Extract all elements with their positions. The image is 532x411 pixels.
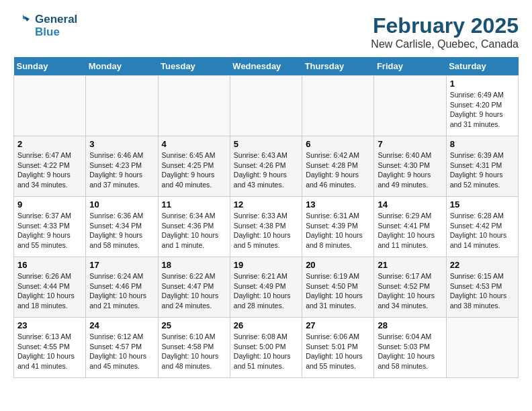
day-number: 7: [378, 139, 442, 149]
weekday-header-saturday: Saturday: [446, 57, 518, 76]
day-info: Sunrise: 6:06 AM Sunset: 5:01 PM Dayligh…: [306, 332, 370, 371]
day-info: Sunrise: 6:42 AM Sunset: 4:28 PM Dayligh…: [306, 150, 370, 190]
day-info: Sunrise: 6:43 AM Sunset: 4:26 PM Dayligh…: [234, 150, 298, 190]
logo-text-blue: Blue: [35, 26, 77, 39]
day-cell: 12Sunrise: 6:33 AM Sunset: 4:38 PM Dayli…: [230, 197, 302, 257]
week-row-4: 16Sunrise: 6:26 AM Sunset: 4:44 PM Dayli…: [14, 257, 519, 318]
day-info: Sunrise: 6:45 AM Sunset: 4:25 PM Dayligh…: [162, 150, 226, 190]
day-number: 9: [17, 199, 82, 210]
day-cell: 25Sunrise: 6:10 AM Sunset: 4:58 PM Dayli…: [158, 318, 230, 378]
day-number: 18: [162, 260, 226, 270]
logo-text-general: General: [35, 13, 77, 26]
week-row-1: 1Sunrise: 6:49 AM Sunset: 4:20 PM Daylig…: [14, 76, 519, 136]
day-info: Sunrise: 6:15 AM Sunset: 4:53 PM Dayligh…: [450, 271, 515, 311]
day-info: Sunrise: 6:39 AM Sunset: 4:31 PM Dayligh…: [450, 150, 515, 190]
day-info: Sunrise: 6:21 AM Sunset: 4:49 PM Dayligh…: [234, 271, 298, 311]
day-info: Sunrise: 6:08 AM Sunset: 5:00 PM Dayligh…: [234, 332, 298, 371]
day-cell: 17Sunrise: 6:24 AM Sunset: 4:46 PM Dayli…: [86, 257, 158, 318]
day-info: Sunrise: 6:26 AM Sunset: 4:44 PM Dayligh…: [17, 271, 82, 311]
day-cell: 20Sunrise: 6:19 AM Sunset: 4:50 PM Dayli…: [302, 257, 374, 318]
week-row-2: 2Sunrise: 6:47 AM Sunset: 4:22 PM Daylig…: [14, 136, 519, 197]
day-number: 12: [234, 199, 298, 210]
title-block: February 2025 New Carlisle, Quebec, Cana…: [371, 13, 519, 50]
day-cell: 2Sunrise: 6:47 AM Sunset: 4:22 PM Daylig…: [14, 136, 86, 197]
day-info: Sunrise: 6:31 AM Sunset: 4:39 PM Dayligh…: [306, 211, 370, 250]
logo: General Blue: [13, 13, 77, 39]
weekday-header-row: SundayMondayTuesdayWednesdayThursdayFrid…: [14, 57, 519, 76]
day-number: 14: [378, 199, 442, 210]
day-info: Sunrise: 6:22 AM Sunset: 4:47 PM Dayligh…: [162, 271, 226, 311]
day-number: 2: [17, 139, 82, 149]
day-number: 13: [306, 199, 370, 210]
day-info: Sunrise: 6:24 AM Sunset: 4:46 PM Dayligh…: [89, 271, 154, 311]
day-number: 28: [378, 320, 442, 330]
day-cell: [14, 76, 86, 136]
day-number: 11: [162, 199, 226, 210]
day-info: Sunrise: 6:37 AM Sunset: 4:33 PM Dayligh…: [17, 211, 82, 250]
page-header: General Blue February 2025 New Carlisle,…: [13, 13, 519, 50]
day-info: Sunrise: 6:28 AM Sunset: 4:42 PM Dayligh…: [450, 211, 515, 250]
day-cell: 15Sunrise: 6:28 AM Sunset: 4:42 PM Dayli…: [446, 197, 518, 257]
day-number: 3: [89, 139, 154, 149]
day-number: 23: [17, 320, 82, 330]
day-cell: 24Sunrise: 6:12 AM Sunset: 4:57 PM Dayli…: [86, 318, 158, 378]
day-cell: [302, 76, 374, 136]
day-number: 26: [234, 320, 298, 330]
day-number: 10: [89, 199, 154, 210]
week-row-5: 23Sunrise: 6:13 AM Sunset: 4:55 PM Dayli…: [14, 318, 519, 378]
day-cell: 4Sunrise: 6:45 AM Sunset: 4:25 PM Daylig…: [158, 136, 230, 197]
day-info: Sunrise: 6:12 AM Sunset: 4:57 PM Dayligh…: [89, 332, 154, 371]
day-info: Sunrise: 6:19 AM Sunset: 4:50 PM Dayligh…: [306, 271, 370, 311]
day-cell: 7Sunrise: 6:40 AM Sunset: 4:30 PM Daylig…: [374, 136, 446, 197]
day-info: Sunrise: 6:04 AM Sunset: 5:03 PM Dayligh…: [378, 332, 442, 371]
day-number: 15: [450, 199, 515, 210]
location: New Carlisle, Quebec, Canada: [371, 38, 519, 50]
weekday-header-sunday: Sunday: [14, 57, 86, 76]
day-info: Sunrise: 6:40 AM Sunset: 4:30 PM Dayligh…: [378, 150, 442, 190]
day-cell: 1Sunrise: 6:49 AM Sunset: 4:20 PM Daylig…: [446, 76, 518, 136]
day-number: 21: [378, 260, 442, 270]
day-cell: [374, 76, 446, 136]
day-info: Sunrise: 6:49 AM Sunset: 4:20 PM Dayligh…: [450, 90, 515, 130]
day-info: Sunrise: 6:17 AM Sunset: 4:52 PM Dayligh…: [378, 271, 442, 311]
day-cell: 19Sunrise: 6:21 AM Sunset: 4:49 PM Dayli…: [230, 257, 302, 318]
day-number: 5: [234, 139, 298, 149]
day-number: 20: [306, 260, 370, 270]
day-cell: 5Sunrise: 6:43 AM Sunset: 4:26 PM Daylig…: [230, 136, 302, 197]
day-info: Sunrise: 6:36 AM Sunset: 4:34 PM Dayligh…: [89, 211, 154, 250]
logo-bird-icon: [13, 13, 34, 39]
day-number: 1: [450, 79, 515, 89]
day-info: Sunrise: 6:46 AM Sunset: 4:23 PM Dayligh…: [89, 150, 154, 190]
weekday-header-tuesday: Tuesday: [158, 57, 230, 76]
day-cell: 26Sunrise: 6:08 AM Sunset: 5:00 PM Dayli…: [230, 318, 302, 378]
weekday-header-thursday: Thursday: [302, 57, 374, 76]
day-cell: 6Sunrise: 6:42 AM Sunset: 4:28 PM Daylig…: [302, 136, 374, 197]
day-number: 6: [306, 139, 370, 149]
day-number: 17: [89, 260, 154, 270]
day-info: Sunrise: 6:29 AM Sunset: 4:41 PM Dayligh…: [378, 211, 442, 250]
day-info: Sunrise: 6:34 AM Sunset: 4:36 PM Dayligh…: [162, 211, 226, 250]
day-number: 19: [234, 260, 298, 270]
day-number: 16: [17, 260, 82, 270]
day-cell: 22Sunrise: 6:15 AM Sunset: 4:53 PM Dayli…: [446, 257, 518, 318]
calendar-table: SundayMondayTuesdayWednesdayThursdayFrid…: [13, 57, 519, 378]
day-number: 22: [450, 260, 515, 270]
day-number: 27: [306, 320, 370, 330]
day-cell: 10Sunrise: 6:36 AM Sunset: 4:34 PM Dayli…: [86, 197, 158, 257]
day-cell: 28Sunrise: 6:04 AM Sunset: 5:03 PM Dayli…: [374, 318, 446, 378]
day-info: Sunrise: 6:10 AM Sunset: 4:58 PM Dayligh…: [162, 332, 226, 371]
day-cell: 27Sunrise: 6:06 AM Sunset: 5:01 PM Dayli…: [302, 318, 374, 378]
day-cell: 13Sunrise: 6:31 AM Sunset: 4:39 PM Dayli…: [302, 197, 374, 257]
weekday-header-wednesday: Wednesday: [230, 57, 302, 76]
day-info: Sunrise: 6:13 AM Sunset: 4:55 PM Dayligh…: [17, 332, 82, 371]
day-number: 25: [162, 320, 226, 330]
day-cell: [158, 76, 230, 136]
week-row-3: 9Sunrise: 6:37 AM Sunset: 4:33 PM Daylig…: [14, 197, 519, 257]
month-title: February 2025: [371, 13, 519, 38]
day-cell: 18Sunrise: 6:22 AM Sunset: 4:47 PM Dayli…: [158, 257, 230, 318]
day-cell: 9Sunrise: 6:37 AM Sunset: 4:33 PM Daylig…: [14, 197, 86, 257]
weekday-header-friday: Friday: [374, 57, 446, 76]
day-cell: 3Sunrise: 6:46 AM Sunset: 4:23 PM Daylig…: [86, 136, 158, 197]
day-cell: [446, 318, 518, 378]
day-number: 8: [450, 139, 515, 149]
